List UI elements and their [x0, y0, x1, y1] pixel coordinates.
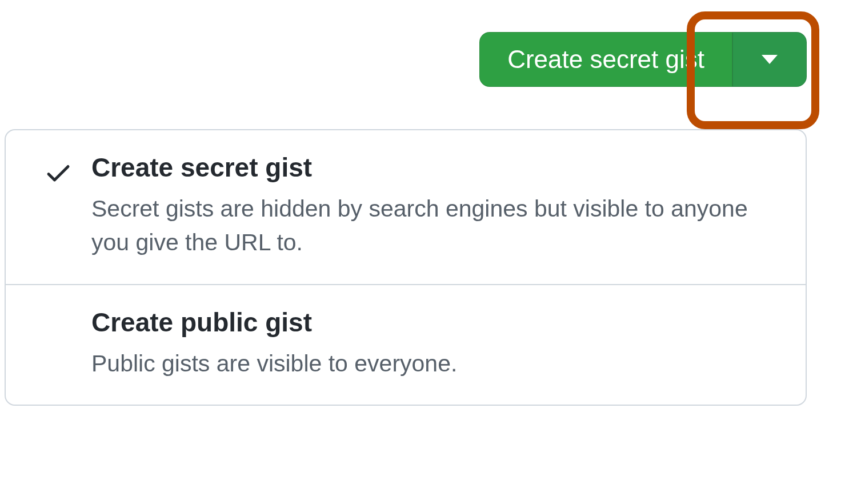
menu-item-title: Create public gist	[91, 307, 783, 338]
menu-item-description: Secret gists are hidden by search engine…	[91, 192, 783, 260]
caret-down-icon	[762, 55, 778, 64]
gist-visibility-dropdown-menu: Create secret gist Secret gists are hidd…	[5, 129, 807, 406]
menu-item-public-gist[interactable]: Create public gist Public gists are visi…	[6, 285, 806, 405]
menu-item-description: Public gists are visible to everyone.	[91, 347, 783, 381]
dropdown-toggle-button[interactable]	[732, 32, 807, 87]
create-gist-button-label: Create secret gist	[507, 45, 704, 74]
menu-item-title: Create secret gist	[91, 152, 783, 183]
menu-item-secret-gist[interactable]: Create secret gist Secret gists are hidd…	[6, 130, 806, 285]
create-gist-button[interactable]: Create secret gist	[479, 32, 732, 87]
check-icon	[43, 158, 73, 190]
split-button-group: Create secret gist	[479, 32, 807, 87]
